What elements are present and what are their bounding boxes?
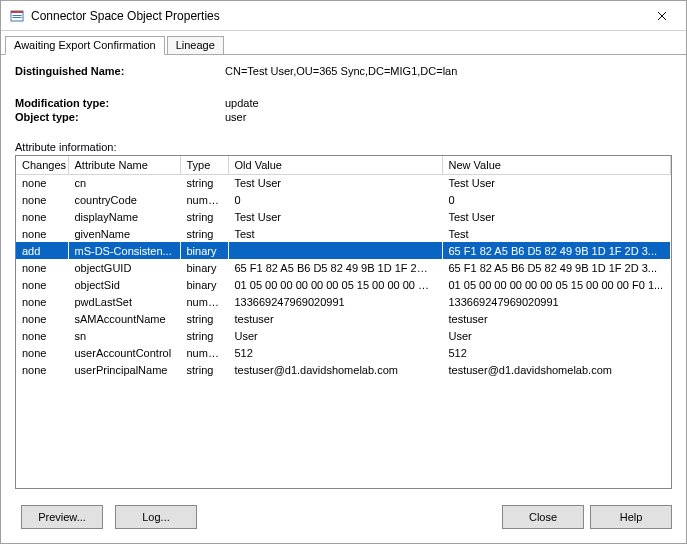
cell-old [228,242,442,259]
table-row[interactable]: noneobjectGUIDbinary65 F1 82 A5 B6 D5 82… [16,259,671,276]
table-row[interactable]: noneuserAccountControlnumber512512 [16,344,671,361]
cell-type: binary [180,259,228,276]
cell-attr: cn [68,174,180,191]
tab-lineage[interactable]: Lineage [167,36,224,55]
cell-new: testuser@d1.davidshomelab.com [442,361,671,378]
cell-new: Test [442,225,671,242]
cell-attr: objectSid [68,276,180,293]
table-row[interactable]: nonesnstringUserUser [16,327,671,344]
cell-changes: none [16,310,68,327]
tab-bar: Awaiting Export Confirmation Lineage [1,31,686,55]
table-row[interactable]: nonecnstringTest UserTest User [16,174,671,191]
cell-changes: add [16,242,68,259]
col-header-old-value[interactable]: Old Value [228,156,442,174]
table-row[interactable]: nonepwdLastSetnumber13366924796902099113… [16,293,671,310]
svg-rect-3 [13,17,22,18]
table-row[interactable]: addmS-DS-Consisten...binary65 F1 82 A5 B… [16,242,671,259]
table-row[interactable]: nonedisplayNamestringTest UserTest User [16,208,671,225]
table-header-row: Changes Attribute Name Type Old Value Ne… [16,156,671,174]
cell-type: number [180,191,228,208]
tab-content: Distinguished Name: CN=Test User,OU=365 … [1,55,686,495]
cell-attr: userAccountControl [68,344,180,361]
col-header-new-value[interactable]: New Value [442,156,671,174]
cell-old: Test User [228,208,442,225]
cell-type: string [180,310,228,327]
tab-awaiting-export[interactable]: Awaiting Export Confirmation [5,36,165,55]
cell-attr: mS-DS-Consisten... [68,242,180,259]
cell-changes: none [16,276,68,293]
cell-attr: objectGUID [68,259,180,276]
cell-type: number [180,293,228,310]
table-row[interactable]: nonegivenNamestringTestTest [16,225,671,242]
cell-new: User [442,327,671,344]
attribute-information-label: Attribute information: [15,141,672,153]
cell-changes: none [16,327,68,344]
cell-type: number [180,344,228,361]
cell-attr: displayName [68,208,180,225]
close-button[interactable]: Close [502,505,584,529]
cell-changes: none [16,344,68,361]
cell-type: string [180,208,228,225]
cell-old: 133669247969020991 [228,293,442,310]
cell-old: Test User [228,174,442,191]
cell-new: testuser [442,310,671,327]
cell-new: 133669247969020991 [442,293,671,310]
dn-value: CN=Test User,OU=365 Sync,DC=MIG1,DC=lan [225,65,672,77]
cell-old: 0 [228,191,442,208]
col-header-type[interactable]: Type [180,156,228,174]
cell-changes: none [16,259,68,276]
cell-old: 65 F1 82 A5 B6 D5 82 49 9B 1D 1F 2D 3... [228,259,442,276]
cell-attr: countryCode [68,191,180,208]
modification-type-label: Modification type: [15,97,225,109]
col-header-attribute-name[interactable]: Attribute Name [68,156,180,174]
col-header-changes[interactable]: Changes [16,156,68,174]
table-row[interactable]: nonesAMAccountNamestringtestusertestuser [16,310,671,327]
cell-old: User [228,327,442,344]
cell-changes: none [16,293,68,310]
cell-attr: sn [68,327,180,344]
cell-type: binary [180,242,228,259]
cell-old: testuser@d1.davidshomelab.com [228,361,442,378]
window-title: Connector Space Object Properties [31,9,642,23]
attribute-grid[interactable]: Changes Attribute Name Type Old Value Ne… [15,155,672,489]
cell-new: 01 05 00 00 00 00 00 05 15 00 00 00 F0 1… [442,276,671,293]
cell-new: 65 F1 82 A5 B6 D5 82 49 9B 1D 1F 2D 3... [442,242,671,259]
close-icon[interactable] [642,2,682,30]
cell-type: string [180,174,228,191]
cell-old: Test [228,225,442,242]
help-button[interactable]: Help [590,505,672,529]
cell-old: 01 05 00 00 00 00 00 05 15 00 00 00 F0 1… [228,276,442,293]
svg-rect-2 [13,15,22,16]
log-button[interactable]: Log... [115,505,197,529]
cell-changes: none [16,361,68,378]
preview-button[interactable]: Preview... [21,505,103,529]
titlebar: Connector Space Object Properties [1,1,686,31]
table-row[interactable]: nonecountryCodenumber00 [16,191,671,208]
cell-changes: none [16,191,68,208]
cell-type: string [180,361,228,378]
dn-label: Distinguished Name: [15,65,225,77]
cell-attr: givenName [68,225,180,242]
button-bar: Preview... Log... Close Help [1,495,686,543]
cell-new: 0 [442,191,671,208]
cell-changes: none [16,174,68,191]
cell-attr: pwdLastSet [68,293,180,310]
cell-new: 65 F1 82 A5 B6 D5 82 49 9B 1D 1F 2D 3... [442,259,671,276]
cell-old: testuser [228,310,442,327]
cell-type: string [180,327,228,344]
svg-rect-1 [11,11,23,13]
cell-new: Test User [442,208,671,225]
cell-new: Test User [442,174,671,191]
cell-type: binary [180,276,228,293]
cell-type: string [180,225,228,242]
cell-old: 512 [228,344,442,361]
cell-changes: none [16,208,68,225]
dialog-window: Connector Space Object Properties Awaiti… [0,0,687,544]
cell-changes: none [16,225,68,242]
table-row[interactable]: noneuserPrincipalNamestringtestuser@d1.d… [16,361,671,378]
cell-new: 512 [442,344,671,361]
table-row[interactable]: noneobjectSidbinary01 05 00 00 00 00 00 … [16,276,671,293]
cell-attr: userPrincipalName [68,361,180,378]
object-type-label: Object type: [15,111,225,123]
cell-attr: sAMAccountName [68,310,180,327]
